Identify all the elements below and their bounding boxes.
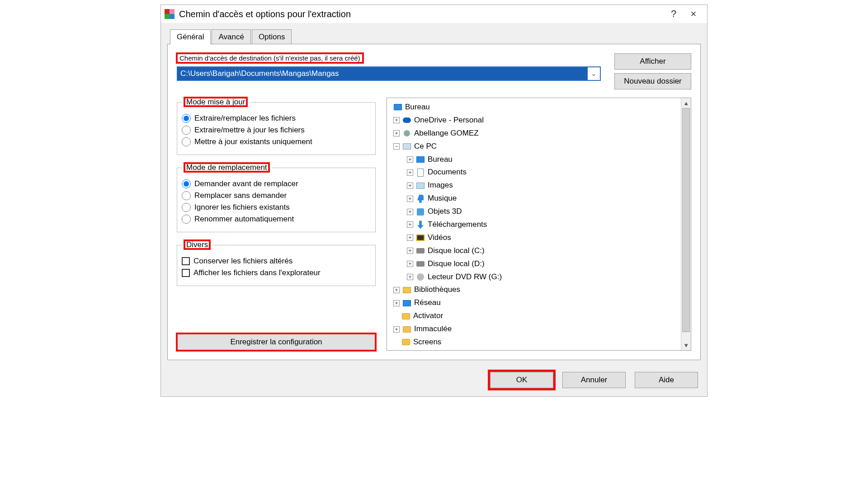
expand-icon[interactable]: + [407,169,413,176]
tree-node-user[interactable]: +Abellange GOMEZ [389,127,679,140]
destination-path-dropdown[interactable]: ⌄ [587,67,600,80]
tree-node-pc-documents[interactable]: +Documents [389,166,679,179]
tree-node-pc-images[interactable]: +Images [389,179,679,192]
destination-path-input[interactable] [178,67,587,80]
expand-icon[interactable]: + [393,300,400,306]
close-button[interactable]: × [684,8,703,20]
expand-icon[interactable]: + [393,117,400,123]
destination-path-combo[interactable]: ⌄ [177,66,601,81]
radio-rename-auto[interactable] [182,215,191,224]
tabs: Général Avancé Options [170,29,701,44]
tree-node-pc-3d[interactable]: +Objets 3D [389,205,679,218]
misc-keep-broken[interactable]: Conserver les fichiers altérés [182,257,371,266]
misc-legend: Divers [184,240,210,249]
update-mode-group: Mode mise à jour Extraire/remplacer les … [177,98,376,155]
tree-node-immaculee[interactable]: +Immaculée [389,323,679,336]
folder-tree[interactable]: Bureau +OneDrive - Personal +Abellange G… [387,98,681,350]
radio-extract-replace[interactable] [182,114,191,123]
tree-node-pc-bureau[interactable]: +Bureau [389,153,679,166]
ok-button[interactable]: OK [490,372,553,388]
expand-icon[interactable]: + [393,130,400,136]
expand-icon[interactable]: + [393,287,400,293]
folder-tree-panel: Bureau +OneDrive - Personal +Abellange G… [387,98,691,351]
checkbox-keep-broken[interactable] [182,257,190,265]
radio-skip-existing[interactable] [182,203,191,212]
tree-node-pc-disk-c[interactable]: +Disque local (C:) [389,244,679,258]
overwrite-mode-group: Mode de remplacement Demander avant de r… [177,163,376,232]
save-config-button[interactable]: Enregistrer la configuration [177,333,376,351]
new-folder-button[interactable]: Nouveau dossier [614,73,691,89]
titlebar: Chemin d'accès et options pour l'extract… [161,5,707,23]
tree-node-pc-music[interactable]: +Musique [389,192,679,205]
tree-node-libraries[interactable]: +Bibliothèques [389,283,679,296]
tree-node-pc-dvd-g[interactable]: +Lecteur DVD RW (G:) [389,271,679,284]
radio-replace-noask[interactable] [182,191,191,200]
tree-scrollbar[interactable]: ▴ ▾ [681,98,691,350]
checkbox-show-explorer[interactable] [182,269,190,277]
destination-label: Chemin d'accès de destination (s'il n'ex… [177,53,363,63]
overwrite-opt-replace[interactable]: Remplacer sans demander [182,191,371,200]
radio-ask-overwrite[interactable] [182,179,191,188]
expand-icon[interactable]: + [407,248,413,254]
expand-icon[interactable]: + [407,183,413,189]
tree-node-pc-videos[interactable]: +Vidéos [389,231,679,244]
radio-extract-update[interactable] [182,126,191,135]
update-opt-extract-update[interactable]: Extraire/mettre à jour les fichiers [182,126,371,135]
tab-advanced[interactable]: Avancé [212,29,250,44]
tree-node-pc-disk-d[interactable]: +Disque local (D:) [389,258,679,271]
update-opt-extract-replace[interactable]: Extraire/remplacer les fichiers [182,114,371,123]
display-button[interactable]: Afficher [614,53,691,70]
overwrite-mode-legend: Mode de remplacement [184,163,269,172]
collapse-icon[interactable]: − [393,143,400,150]
expand-icon[interactable]: + [407,274,413,280]
overwrite-opt-rename[interactable]: Renommer automatiquement [182,215,371,224]
expand-icon[interactable]: + [407,261,413,267]
tree-node-bureau[interactable]: Bureau [389,101,679,114]
winrar-icon [165,9,175,19]
tree-node-onedrive[interactable]: +OneDrive - Personal [389,114,679,127]
misc-show-explorer[interactable]: Afficher les fichiers dans l'explorateur [182,268,371,277]
expand-icon[interactable]: + [407,221,413,228]
overwrite-opt-ask[interactable]: Demander avant de remplacer [182,179,371,188]
tab-general[interactable]: Général [170,29,211,44]
cancel-button[interactable]: Annuler [562,372,626,388]
expand-icon[interactable]: + [393,326,400,333]
expand-icon[interactable]: + [407,156,413,163]
expand-icon[interactable]: + [407,209,413,215]
tab-panel-general: Chemin d'accès de destination (s'il n'ex… [167,44,701,360]
expand-icon[interactable]: + [407,196,413,202]
misc-group: Divers Conserver les fichiers altérés Af… [177,240,376,286]
tree-node-thispc[interactable]: −Ce PC [389,140,679,153]
radio-update-existing[interactable] [182,137,191,146]
overwrite-opt-skip[interactable]: Ignorer les fichiers existants [182,203,371,212]
update-opt-update-existing[interactable]: Mettre à jour existants uniquement [182,137,371,146]
window-title: Chemin d'accès et options pour l'extract… [179,9,664,19]
scroll-thumb[interactable] [682,108,690,332]
help-button-bottom[interactable]: Aide [635,372,698,388]
dialog-button-bar: OK Annuler Aide [161,365,707,396]
scroll-down-icon[interactable]: ▾ [681,340,691,350]
tree-node-network[interactable]: +Réseau [389,296,679,310]
tree-node-pc-downloads[interactable]: +Téléchargements [389,218,679,231]
help-button[interactable]: ? [664,8,684,20]
tree-node-screens[interactable]: Screens [389,336,679,349]
tab-options[interactable]: Options [252,29,292,44]
scroll-up-icon[interactable]: ▴ [681,98,691,108]
extraction-dialog: Chemin d'accès et options pour l'extract… [160,5,708,397]
tree-node-activator[interactable]: Activator [389,310,679,323]
expand-icon[interactable]: + [407,235,413,241]
update-mode-legend: Mode mise à jour [184,98,247,106]
